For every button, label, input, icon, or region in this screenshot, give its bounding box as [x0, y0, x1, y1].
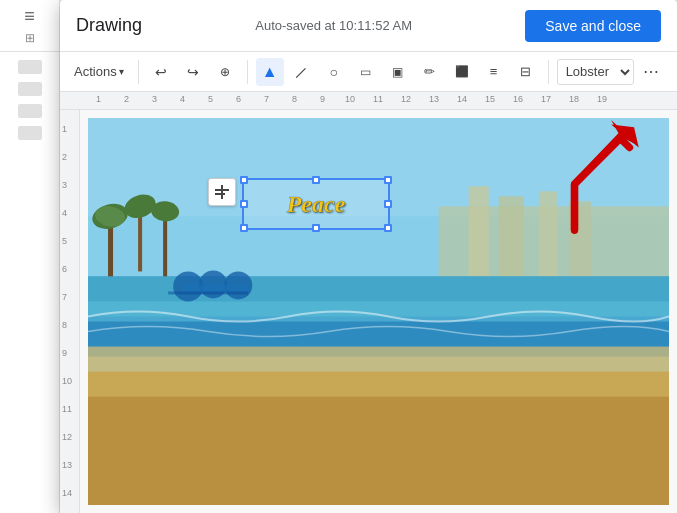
- beach-background: [88, 118, 669, 505]
- image-tool-button[interactable]: ▭: [352, 58, 380, 86]
- more-options-button[interactable]: ⋯: [638, 58, 666, 86]
- svg-rect-25: [168, 291, 248, 294]
- ruler-left-1: 1: [62, 124, 67, 134]
- ruler-left-2: 2: [62, 152, 67, 162]
- ruler-top-2: 2: [124, 94, 129, 104]
- select-tool-button[interactable]: ▲: [256, 58, 284, 86]
- text-tool-button[interactable]: ▣: [384, 58, 412, 86]
- pen-tool-button[interactable]: ✏: [416, 58, 444, 86]
- actions-chevron-icon: ▾: [119, 66, 124, 77]
- ruler-top: 1 2 3 4 5 6 7 8 9 10 11 12 13 14 15 16 1: [80, 92, 677, 110]
- toolbar-sep-3: [548, 60, 549, 84]
- handle-top-right[interactable]: [384, 176, 392, 184]
- zoom-icon: ⊕: [220, 65, 230, 79]
- undo-button[interactable]: ↩: [147, 58, 175, 86]
- doc-left-line2: [18, 82, 42, 96]
- save-close-button[interactable]: Save and close: [525, 10, 661, 42]
- toolbar-sep-2: [247, 60, 248, 84]
- ruler-top-19: 19: [597, 94, 607, 104]
- line-icon: |: [295, 65, 309, 79]
- doc-left-line4: [18, 126, 42, 140]
- redo-icon: ↪: [187, 64, 199, 80]
- doc-icon: ⊞: [25, 31, 35, 45]
- ruler-corner: [60, 92, 80, 110]
- ruler-top-14: 14: [457, 94, 467, 104]
- ruler-top-12: 12: [401, 94, 411, 104]
- ruler-left: 1 2 3 4 5 6 7 8 9 10 11 12 13 14: [60, 92, 80, 513]
- align-h-icon: ≡: [490, 64, 498, 79]
- auto-saved-status: Auto-saved at 10:11:52 AM: [142, 18, 525, 33]
- ruler-top-13: 13: [429, 94, 439, 104]
- ruler-left-4: 4: [62, 208, 67, 218]
- drawing-canvas[interactable]: Peace: [80, 110, 677, 513]
- ruler-left-12: 12: [62, 432, 72, 442]
- ruler-top-9: 9: [320, 94, 325, 104]
- ruler-top-15: 15: [485, 94, 495, 104]
- ruler-top-3: 3: [152, 94, 157, 104]
- ruler-left-13: 13: [62, 460, 72, 470]
- align-v-button[interactable]: ⊟: [512, 58, 540, 86]
- shape-tool-button[interactable]: ○: [320, 58, 348, 86]
- svg-rect-12: [163, 211, 167, 281]
- doc-left-icons: [0, 52, 59, 148]
- handle-middle-left[interactable]: [240, 200, 248, 208]
- undo-icon: ↩: [155, 64, 167, 80]
- svg-rect-28: [221, 185, 223, 199]
- actions-menu-button[interactable]: Actions ▾: [68, 58, 130, 86]
- ruler-left-14: 14: [62, 488, 72, 498]
- canvas-container: 1 2 3 4 5 6 7 8 9 10 11 12 13 14 15 16 1: [80, 92, 677, 513]
- toolbar-sep-1: [138, 60, 139, 84]
- ruler-left-8: 8: [62, 320, 67, 330]
- ruler-top-8: 8: [292, 94, 297, 104]
- svg-rect-24: [183, 284, 248, 292]
- image-icon: ▭: [360, 65, 371, 79]
- text-box-icon: ▣: [392, 65, 403, 79]
- dialog-title: Drawing: [76, 15, 142, 36]
- handle-bottom-right[interactable]: [384, 224, 392, 232]
- doc-logo-icon: ≡: [24, 6, 35, 27]
- svg-rect-20: [88, 397, 669, 505]
- ruler-top-5: 5: [208, 94, 213, 104]
- shape-icon: ○: [329, 64, 337, 80]
- ruler-left-3: 3: [62, 180, 67, 190]
- ruler-top-10: 10: [345, 94, 355, 104]
- peace-textbox[interactable]: Peace: [242, 178, 390, 230]
- handle-top-center[interactable]: [312, 176, 320, 184]
- fill-icon: ⬛: [455, 65, 469, 78]
- doc-left-line: [18, 60, 42, 74]
- align-h-button[interactable]: ≡: [480, 58, 508, 86]
- peace-text: Peace: [287, 191, 346, 218]
- handle-bottom-left[interactable]: [240, 224, 248, 232]
- ruler-left-5: 5: [62, 236, 67, 246]
- fill-tool-button[interactable]: ⬛: [448, 58, 476, 86]
- ruler-top-16: 16: [513, 94, 523, 104]
- more-icon: ⋯: [643, 62, 660, 81]
- actions-label: Actions: [74, 64, 117, 79]
- zoom-button[interactable]: ⊕: [211, 58, 239, 86]
- ruler-left-6: 6: [62, 264, 67, 274]
- doc-left-toolbar: ≡ ⊞: [0, 0, 59, 52]
- ruler-top-1: 1: [96, 94, 101, 104]
- drawing-toolbar: Actions ▾ ↩ ↪ ⊕ ▲ | ○ ▭ ▣ ✏: [60, 52, 677, 92]
- handle-bottom-center[interactable]: [312, 224, 320, 232]
- svg-rect-16: [88, 301, 669, 321]
- doc-left-panel: ≡ ⊞: [0, 0, 60, 513]
- handle-top-left[interactable]: [240, 176, 248, 184]
- ruler-top-numbers: 1 2 3 4 5 6 7 8 9 10 11 12 13 14 15 16 1: [80, 92, 677, 109]
- handle-middle-right[interactable]: [384, 200, 392, 208]
- pen-icon: ✏: [424, 64, 435, 79]
- ruler-top-17: 17: [541, 94, 551, 104]
- text-format-icon: [213, 183, 231, 201]
- svg-rect-27: [215, 193, 225, 195]
- drawing-dialog: Drawing Auto-saved at 10:11:52 AM Save a…: [60, 0, 677, 513]
- redo-button[interactable]: ↪: [179, 58, 207, 86]
- text-format-button[interactable]: [208, 178, 236, 206]
- ruler-top-18: 18: [569, 94, 579, 104]
- ruler-top-4: 4: [180, 94, 185, 104]
- ruler-left-10: 10: [62, 376, 72, 386]
- dialog-header: Drawing Auto-saved at 10:11:52 AM Save a…: [60, 0, 677, 52]
- ruler-left-9: 9: [62, 348, 67, 358]
- font-selector[interactable]: Lobster Arial Georgia: [557, 59, 634, 85]
- line-tool-button[interactable]: |: [288, 58, 316, 86]
- canvas-area: 1 2 3 4 5 6 7 8 9 10 11 12 13 14 1: [60, 92, 677, 513]
